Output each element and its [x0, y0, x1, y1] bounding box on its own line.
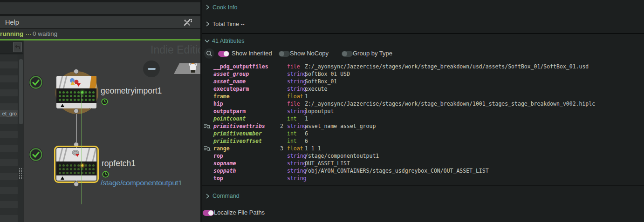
side-list-row[interactable] [0, 61, 18, 68]
workitem-dot[interactable] [77, 168, 80, 170]
expand-triangle-icon[interactable] [61, 104, 64, 107]
workitem-dot[interactable] [66, 172, 69, 174]
workitem-dot[interactable] [74, 172, 76, 174]
workitem-dot[interactable] [92, 164, 95, 167]
workitem-dot[interactable] [59, 164, 61, 167]
workitem-dot[interactable] [62, 168, 65, 170]
chevron-right-icon[interactable] [206, 4, 210, 12]
attribute-row[interactable]: topstring [202, 175, 644, 182]
side-list-row[interactable] [0, 103, 18, 110]
section-cook-info[interactable]: Cook Info [212, 4, 238, 11]
workitem-dot[interactable] [59, 91, 61, 94]
workitem-dot[interactable] [59, 172, 61, 174]
workitem-dot[interactable] [70, 91, 72, 94]
side-list-row[interactable] [0, 201, 18, 208]
workitem-dot[interactable] [92, 168, 95, 170]
toggle-localize-file-paths-label[interactable]: Localize File Paths [214, 209, 265, 216]
workitem-dot[interactable] [74, 95, 76, 97]
workitem-dot[interactable] [59, 95, 61, 97]
chevron-right-icon[interactable] [206, 193, 210, 201]
workitem-dot[interactable] [85, 91, 87, 94]
attribute-row[interactable]: sopnamestringOUT_ASSET_LIST [202, 160, 644, 167]
workitem-dot[interactable] [77, 164, 80, 167]
attribute-row[interactable]: __pdg_outputfilesfileZ:/_ayonsync/Jazzer… [202, 63, 644, 70]
side-list-row[interactable]: et_gro [0, 110, 18, 117]
side-list-row[interactable] [0, 152, 18, 159]
workitem-dot[interactable] [89, 164, 91, 167]
workitem-dot[interactable] [85, 172, 87, 174]
section-attributes-header[interactable]: 41 Attributes [212, 38, 245, 44]
workitem-dot[interactable] [66, 164, 69, 167]
node-geometryimport1[interactable] [56, 76, 96, 108]
side-list-row[interactable] [0, 180, 18, 187]
workitem-dot[interactable] [59, 168, 61, 170]
side-list-row[interactable] [0, 138, 18, 145]
workitem-dot[interactable] [89, 168, 91, 170]
workitem-dot[interactable] [70, 168, 72, 170]
workitem-dot[interactable] [77, 172, 80, 174]
side-list-row[interactable] [0, 166, 18, 173]
workitem-dot[interactable] [85, 164, 87, 167]
workitem-dot[interactable] [70, 99, 72, 101]
toggle-group-by-type-label[interactable]: Group by Type [353, 50, 392, 57]
side-list-row[interactable] [0, 68, 18, 75]
attribute-row[interactable]: asset_groupstringSoftBox_01_USD [202, 70, 644, 78]
attribute-row[interactable]: primitiveattribs2stringasset_name asset_… [202, 122, 644, 130]
network-editor[interactable]: Indie Edition [23, 40, 200, 222]
workitem-dot[interactable] [77, 95, 80, 97]
node-label-geometryimport1[interactable]: geometryimport1 [101, 86, 162, 96]
workitem-dot-panel[interactable] [56, 161, 96, 175]
side-list-row[interactable] [0, 215, 18, 222]
workitem-dot[interactable] [62, 95, 65, 97]
menu-item-help[interactable]: Help [5, 19, 19, 26]
attribute-row[interactable]: framefloat1 [202, 93, 644, 100]
workitem-dot[interactable] [74, 164, 76, 167]
node-ropfetch1[interactable] [56, 148, 96, 181]
workitem-dot[interactable] [85, 168, 87, 170]
chevron-down-icon[interactable] [204, 38, 210, 45]
attribute-list-partial[interactable]: et_gro [0, 54, 18, 222]
workitem-dot[interactable] [74, 91, 76, 94]
workitem-dot[interactable] [77, 99, 80, 101]
toggle-show-nocopy-label[interactable]: Show NoCopy [290, 50, 329, 57]
section-total-time[interactable]: Total Time -- [212, 21, 245, 27]
navigate-up-button[interactable] [13, 42, 22, 52]
section-command[interactable]: Command [212, 193, 240, 199]
workitem-dot[interactable] [70, 164, 72, 167]
workitem-dot[interactable] [74, 99, 76, 101]
side-list-row[interactable] [0, 208, 18, 215]
node-output-path-label[interactable]: /stage/componentoutput1 [101, 179, 182, 187]
side-list-row[interactable] [0, 117, 18, 124]
toggle-show-inherited-label[interactable]: Show Inherited [232, 50, 272, 57]
node-label-ropfetch1[interactable]: ropfetch1 [102, 159, 136, 168]
side-list-row[interactable] [0, 194, 18, 201]
side-list-row[interactable] [0, 75, 18, 82]
attribute-row[interactable]: outputparmstringlopoutput [202, 108, 644, 115]
side-panel-scrollbar[interactable] [18, 54, 23, 222]
workitem-dot[interactable] [92, 172, 95, 174]
side-list-row[interactable] [0, 96, 18, 103]
workitem-dot[interactable] [66, 95, 69, 97]
attribute-row[interactable]: executeparmstringexecute [202, 85, 644, 93]
workitem-dot[interactable] [85, 99, 87, 101]
toggle-show-inherited[interactable] [218, 51, 229, 57]
expand-triangle-icon[interactable] [61, 176, 64, 180]
side-list-row[interactable] [0, 173, 18, 180]
workitem-dot[interactable] [62, 91, 65, 94]
workitem-dot[interactable] [89, 99, 91, 101]
workitem-dot[interactable] [62, 164, 65, 167]
chevron-right-icon[interactable] [206, 21, 210, 28]
workitem-dot[interactable] [62, 172, 65, 174]
splitter-grip[interactable] [19, 168, 23, 180]
node-input-connector[interactable] [74, 69, 79, 74]
side-list-row[interactable] [0, 54, 18, 61]
workitem-dot[interactable] [74, 168, 76, 170]
node-output-connector[interactable] [74, 182, 79, 187]
workitem-dot[interactable] [66, 99, 69, 101]
attribute-row[interactable]: ropstring/stage/componentoutput1 [202, 152, 644, 160]
collapse-ring-button[interactable] [143, 61, 160, 77]
attribute-row[interactable]: asset_namestringSoftBox_01 [202, 78, 644, 85]
workitem-dot[interactable] [77, 91, 80, 94]
toggle-group-by-type[interactable] [342, 51, 353, 57]
workitem-dot[interactable] [92, 99, 95, 101]
